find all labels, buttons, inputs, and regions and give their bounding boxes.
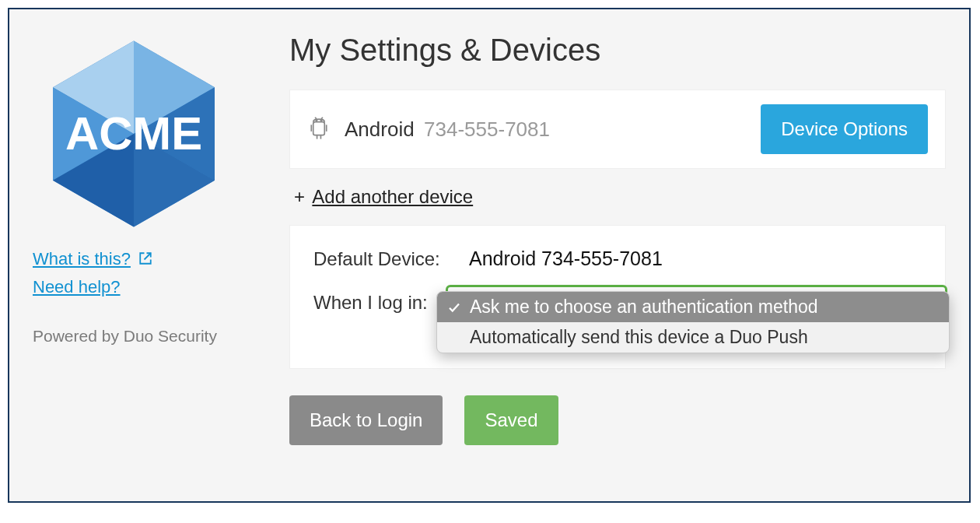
device-options-button[interactable]: Device Options xyxy=(761,104,928,154)
add-another-device-link[interactable]: Add another device xyxy=(312,186,473,207)
device-card: Android 734-555-7081 Device Options xyxy=(289,90,946,169)
back-to-login-button[interactable]: Back to Login xyxy=(289,395,443,445)
dropdown-option-push[interactable]: Automatically send this device a Duo Pus… xyxy=(437,322,949,353)
when-log-in-label: When I log in: xyxy=(313,292,428,314)
add-device-row: + Add another device xyxy=(294,186,946,208)
sidebar: ACME What is this? Need help? Powered by… xyxy=(33,33,266,478)
svg-point-14 xyxy=(316,120,317,121)
what-is-this-link[interactable]: What is this? xyxy=(33,249,131,269)
dropdown-option-label: Automatically send this device a Duo Pus… xyxy=(470,327,808,348)
settings-card: Default Device: Android 734-555-7081 Whe… xyxy=(289,225,946,369)
svg-point-15 xyxy=(320,120,321,121)
svg-rect-7 xyxy=(313,122,325,135)
svg-line-13 xyxy=(321,118,323,119)
dropdown-option-ask[interactable]: Ask me to choose an authentication metho… xyxy=(437,292,949,322)
need-help-link[interactable]: Need help? xyxy=(33,277,121,297)
default-device-value: Android 734-555-7081 xyxy=(469,247,663,270)
plus-icon: + xyxy=(294,186,305,207)
brand-name: ACME xyxy=(65,107,202,160)
svg-line-12 xyxy=(315,118,317,119)
sidebar-links: What is this? Need help? xyxy=(33,249,247,305)
external-link-icon xyxy=(138,251,152,269)
auth-settings-frame: ACME What is this? Need help? Powered by… xyxy=(8,8,971,503)
check-icon xyxy=(446,300,462,314)
android-icon xyxy=(307,114,331,144)
default-device-label: Default Device: xyxy=(313,248,469,270)
brand-logo: ACME xyxy=(33,33,235,235)
main-content: My Settings & Devices xyxy=(266,33,946,478)
device-platform: Android xyxy=(345,118,415,141)
saved-button[interactable]: Saved xyxy=(464,395,558,445)
login-method-dropdown: Ask me to choose an authentication metho… xyxy=(436,291,950,353)
footer-buttons: Back to Login Saved xyxy=(289,395,946,445)
acme-hex-icon: ACME xyxy=(33,33,235,235)
powered-by-text: Powered by Duo Security xyxy=(33,327,247,346)
dropdown-option-label: Ask me to choose an authentication metho… xyxy=(470,297,818,318)
device-phone: 734-555-7081 xyxy=(424,118,550,141)
page-title: My Settings & Devices xyxy=(289,33,946,68)
